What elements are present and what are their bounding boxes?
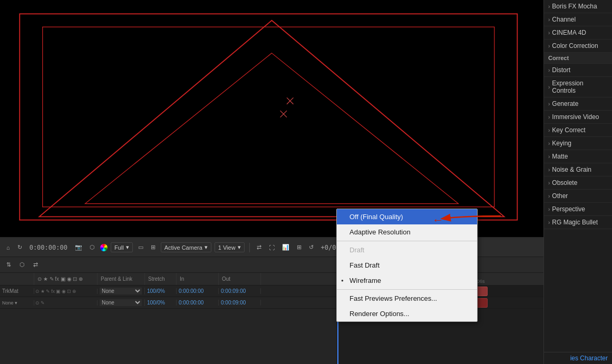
col-head-name [0,273,34,285]
offset-display: +0/0 [319,244,338,251]
rp-item-immersive[interactable]: › Immersive Video [544,111,612,124]
row-name-2: None ▾ [0,300,34,306]
rp-label-distort: Distort [552,66,570,74]
row-icon-solo[interactable]: ⊙ [35,289,40,294]
grid-button[interactable]: ⊞ [149,243,158,252]
rp-item-colorcorrection[interactable]: › Color Correction [544,40,612,53]
rp-label-rgmagic: RG Magic Bullet [552,219,598,226]
camera-select[interactable]: Active Camera ▾ [161,242,211,252]
view-select[interactable]: 1 View ▾ [215,242,245,252]
rp-section-correct: Correct [544,53,612,64]
arrow-immersive: › [548,114,550,120]
rp-footer: ies Character [544,352,612,364]
dropdown-item-draft: Draft [337,242,477,258]
sync-button[interactable]: ↻ [15,243,24,252]
rp-item-cinema4d[interactable]: › CINEMA 4D [544,26,612,40]
tl-parent-button[interactable]: ⇅ [4,260,13,269]
rp-label-matte: Matte [552,153,568,160]
row-out-1: 0:00:09:00 [219,288,261,294]
arrow-obsolete: › [548,180,550,186]
table-row: TrkMat ⊙ ★ ✎ fx ▣ ◉ ⊡ ⊕ [0,286,337,297]
col-icons-label: ⊙ ★ ✎ fx ▣ ◉ ⊡ ⊕ [37,276,83,282]
rp-label-channel: Channel [552,16,576,23]
rp-item-other[interactable]: › Other [544,190,612,203]
row-parent-select-1[interactable]: None [100,288,142,294]
rp-item-boris[interactable]: › Boris FX Mocha [544,0,612,13]
rp-item-keying[interactable]: › Keying [544,137,612,150]
share-button[interactable]: ⬡ [88,243,97,252]
rp-section-correct-label: Correct [548,55,569,61]
fit-button[interactable]: ▭ [136,243,145,252]
home-button[interactable]: ⌂ [4,243,12,252]
row-icon-circle[interactable]: ◉ [62,289,66,294]
row-in-1: 0:00:00:00 [177,288,219,294]
dropdown-item-wireframe[interactable]: Wireframe [337,273,477,288]
rp-item-distort[interactable]: › Distort [544,64,612,77]
rp-item-matte[interactable]: › Matte [544,150,612,163]
toolbar-sep-1 [249,243,250,252]
row-stretch-1: 100/0% [145,288,177,294]
row-parent-1: None [98,288,145,294]
row-icon-blend[interactable]: ▣ [56,289,61,294]
rp-label-perspective: Perspective [552,205,585,213]
dropdown-divider-1 [337,241,477,241]
dropdown-item-fastdraft[interactable]: Fast Draft [337,258,477,273]
rp-item-perspective[interactable]: › Perspective [544,203,612,216]
dropdown-item-renderer[interactable]: Renderer Options... [337,306,477,321]
row-parent-select-2[interactable]: None [100,299,142,306]
row-icon-fx[interactable]: fx [51,289,55,294]
rp-footer-ies: ies [570,355,578,362]
row-icon-solo-2[interactable]: ⊙ [35,300,40,306]
arrow-rgmagic: › [548,220,550,225]
rp-label-obsolete: Obsolete [552,179,577,186]
fullscreen-button[interactable]: ⛶ [267,243,277,252]
rp-item-expression[interactable]: › Expression Controls [544,77,612,97]
grid2-button[interactable]: ⊞ [295,243,304,252]
red-arrow-svg [401,205,506,232]
rp-label-immersive: Immersive Video [552,113,599,121]
row-icon-lock[interactable]: ★ [41,289,45,294]
dropdown-item-fastprefs[interactable]: Fast Previews Preferences... [337,291,477,306]
tl-transfer-button[interactable]: ⇄ [31,260,40,269]
ruler-mark-6s: 06s [477,279,485,284]
rp-item-generate[interactable]: › Generate [544,97,612,111]
rp-item-keycorrect[interactable]: › Key Correct [544,124,612,137]
rp-item-rgmagic[interactable]: › RG Magic Bullet [544,216,612,229]
table-row: None ▾ ⊙ ✎ None 100/0% 0:00:00:00 [0,297,337,309]
arrow-cinema4d: › [548,30,550,36]
arrow-generate: › [548,101,550,107]
rp-item-channel[interactable]: › Channel [544,13,612,26]
rp-label-colorcorrection: Color Correction [552,42,598,50]
row-icons-2: ⊙ ✎ [34,300,98,306]
tl-3d-button[interactable]: ⬡ [17,260,27,269]
camera-button[interactable]: 📷 [73,243,84,252]
rp-item-obsolete[interactable]: › Obsolete [544,176,612,190]
rp-label-expression: Expression Controls [552,80,608,94]
transfer-button[interactable]: ⇄ [255,243,264,252]
quality-select[interactable]: Full ▾ [111,242,133,252]
row-stretch-2: 100/0% [145,300,177,306]
rp-footer-character[interactable]: Character [580,355,608,362]
dropdown-label-fastdraft: Fast Draft [349,261,380,269]
row-icon-square[interactable]: ⊡ [67,289,71,294]
row-label-dropdown[interactable]: None ▾ [2,300,17,306]
main-container: ⌂ ↻ 0:00:00:00 📷 ⬡ Full ▾ ▭ ⊞ Active Cam… [0,0,612,364]
rp-label-noise: Noise & Grain [552,166,591,173]
row-icon-edit-2[interactable]: ✎ [41,300,45,306]
row-in-2: 0:00:00:00 [177,300,219,306]
rp-label-cinema4d: CINEMA 4D [552,29,586,36]
arrow-matte: › [548,154,550,160]
row-icon-plus[interactable]: ⊕ [72,289,76,294]
rp-item-noise[interactable]: › Noise & Grain [544,163,612,176]
col-head-stretch: Stretch [145,273,177,285]
preview-area [0,0,543,238]
row-icons-1: ⊙ ★ ✎ fx ▣ ◉ ⊡ ⊕ [34,289,98,294]
arrow-other: › [548,193,550,199]
arrow-keycorrect: › [548,127,550,133]
arrow-expression: › [548,84,550,90]
rp-label-generate: Generate [552,100,578,107]
chart-button[interactable]: 📊 [280,243,292,252]
refresh-button[interactable]: ↺ [307,243,316,252]
row-icon-edit[interactable]: ✎ [46,289,50,294]
view-label: 1 View [218,244,236,251]
